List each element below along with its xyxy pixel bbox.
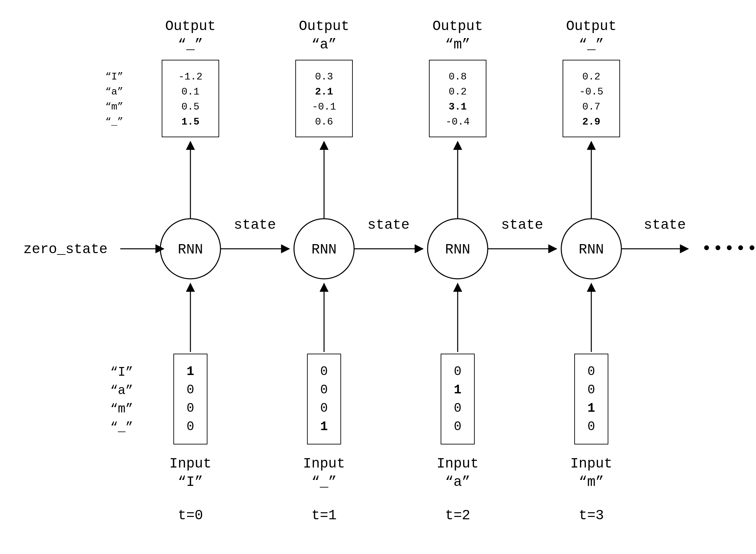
input-label: Input xyxy=(169,456,211,472)
input-value: 1 xyxy=(588,401,595,416)
output-value: 0.3 xyxy=(315,71,333,82)
vocab-label: “a” xyxy=(110,383,133,398)
input-char: “m” xyxy=(579,474,604,490)
input-label: Input xyxy=(437,456,479,472)
output-char: “m” xyxy=(445,37,470,53)
timestep-label: t=1 xyxy=(311,508,337,523)
timestep: Output“m”0.80.23.1-0.4RNNstate0100Input“… xyxy=(428,18,556,523)
input-value: 0 xyxy=(588,364,595,379)
rnn-label: RNN xyxy=(445,242,470,258)
vocab-label: “m” xyxy=(110,402,133,416)
rnn-label: RNN xyxy=(178,242,203,258)
input-value: 0 xyxy=(454,364,462,379)
output-label: Output xyxy=(566,18,616,35)
input-value: 0 xyxy=(187,401,195,416)
output-char: “_” xyxy=(579,37,604,53)
input-char: “a” xyxy=(445,474,470,490)
input-label: Input xyxy=(570,456,612,472)
timestep: Output“a”0.32.1-0.10.6RNNstate0001Input“… xyxy=(294,18,423,523)
vocab-labels-input: “I”“a”“m”“_” xyxy=(110,365,133,435)
output-char: “_” xyxy=(178,37,203,53)
timestep: Output“_”0.2-0.50.72.9RNNstate0010Input“… xyxy=(561,18,688,523)
input-value: 0 xyxy=(320,383,328,397)
vocab-label: “_” xyxy=(110,420,133,435)
output-value: -1.2 xyxy=(178,71,203,82)
input-value: 0 xyxy=(320,364,328,379)
output-value: 0.8 xyxy=(449,71,467,82)
timestep: Output“_”-1.20.10.51.5RNNstate1000Input“… xyxy=(160,18,289,523)
continuation-dots: •••••• xyxy=(702,239,756,258)
state-label: state xyxy=(644,217,686,233)
state-label: state xyxy=(368,217,410,233)
input-value: 0 xyxy=(588,420,595,434)
vocab-label: “_” xyxy=(105,116,123,127)
output-value: 2.9 xyxy=(582,116,600,127)
state-label: state xyxy=(501,217,543,233)
input-value: 0 xyxy=(320,401,328,416)
output-label: Output xyxy=(432,18,483,35)
vocab-label: “m” xyxy=(105,101,123,113)
input-value: 0 xyxy=(454,420,462,434)
input-value: 1 xyxy=(454,383,462,397)
input-char: “I” xyxy=(178,474,203,490)
output-value: 0.7 xyxy=(582,101,600,113)
vocab-labels-output: “I”“a”“m”“_” xyxy=(105,71,123,127)
output-char: “a” xyxy=(311,37,337,53)
input-value: 1 xyxy=(187,364,195,379)
rnn-label: RNN xyxy=(311,242,337,258)
timestep-label: t=2 xyxy=(445,508,470,523)
output-value: 3.1 xyxy=(449,101,467,113)
vocab-label: “I” xyxy=(110,365,133,379)
state-label: state xyxy=(234,217,276,233)
output-value: 1.5 xyxy=(181,116,200,127)
input-label: Input xyxy=(303,456,345,472)
vocab-label: “a” xyxy=(105,86,123,98)
output-value: 0.6 xyxy=(315,116,333,127)
zero-state-label: zero_state xyxy=(23,241,108,258)
rnn-label: RNN xyxy=(579,242,604,258)
input-char: “_” xyxy=(311,474,337,490)
output-value: 0.5 xyxy=(181,101,200,113)
input-value: 0 xyxy=(187,420,195,434)
output-value: -0.5 xyxy=(579,86,603,98)
output-value: 0.1 xyxy=(181,86,200,98)
input-value: 0 xyxy=(588,383,595,397)
input-value: 0 xyxy=(187,383,195,397)
vocab-label: “I” xyxy=(105,71,123,82)
timestep-label: t=3 xyxy=(579,508,604,523)
input-value: 0 xyxy=(454,401,462,416)
output-value: -0.1 xyxy=(312,101,336,113)
output-value: 2.1 xyxy=(315,86,333,98)
rnn-unrolled-diagram: zero_state •••••• “I”“a”“m”“_” “I”“a”“m”… xyxy=(0,0,756,554)
output-value: 0.2 xyxy=(449,86,467,98)
output-label: Output xyxy=(299,18,349,35)
timestep-label: t=0 xyxy=(178,508,203,523)
output-label: Output xyxy=(165,18,215,35)
output-value: -0.4 xyxy=(446,116,470,127)
input-value: 1 xyxy=(320,420,328,434)
output-value: 0.2 xyxy=(582,71,600,82)
